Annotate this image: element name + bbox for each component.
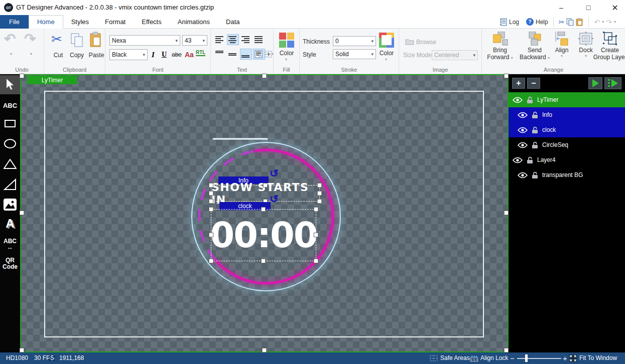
selection-handle[interactable] — [261, 207, 266, 212]
align-lock-toggle[interactable]: Align Lock — [480, 354, 508, 361]
tab-styles[interactable]: Styles — [63, 15, 97, 29]
undo-icon[interactable]: ↶ — [4, 31, 16, 47]
quick-paste-icon[interactable] — [576, 18, 583, 26]
align-right-button[interactable] — [240, 34, 252, 45]
remove-layer-button[interactable]: − — [527, 78, 540, 89]
layer-row-lytimer[interactable]: LyTimer — [509, 92, 625, 107]
tab-file[interactable]: File — [0, 15, 29, 29]
visibility-eye-icon[interactable] — [513, 157, 523, 163]
design-canvas[interactable]: LyTimer Info ↺ SHOW STARTS IN clock ↺ 00… — [20, 74, 509, 352]
visibility-eye-icon[interactable] — [513, 97, 523, 103]
selection-handle[interactable] — [209, 233, 213, 237]
rotate-handle-icon[interactable]: ↺ — [270, 193, 279, 205]
selection-handle[interactable] — [263, 183, 268, 188]
caret-down-icon[interactable]: ▾ — [602, 20, 604, 24]
text-wrap-button[interactable] — [253, 49, 265, 60]
visibility-eye-icon[interactable] — [518, 142, 528, 148]
align-left-button[interactable] — [214, 34, 226, 45]
selection-handle[interactable] — [504, 348, 509, 352]
align-center-button[interactable] — [227, 34, 239, 45]
quick-copy-icon[interactable] — [566, 18, 574, 26]
minimize-button[interactable]: – — [551, 0, 571, 15]
stroke-style-select[interactable]: Solid ▾ — [333, 49, 376, 59]
zoom-slider-track[interactable] — [517, 358, 561, 359]
lock-open-icon[interactable] — [532, 126, 538, 134]
rotate-handle-icon[interactable]: ↺ — [270, 167, 279, 179]
log-button[interactable]: Log — [509, 19, 519, 26]
selection-handle[interactable] — [209, 191, 213, 196]
thickness-select[interactable]: 0 ▾ — [333, 36, 376, 46]
selection-handle[interactable] — [504, 211, 509, 215]
selection-handle[interactable] — [317, 191, 322, 196]
qr-code-tool[interactable]: QR Code — [0, 255, 20, 273]
help-button[interactable]: Help — [536, 19, 548, 26]
tab-format[interactable]: Format — [97, 15, 134, 29]
fill-color-button[interactable]: Color — [274, 50, 300, 57]
safe-areas-toggle[interactable]: Safe Areas — [440, 354, 470, 361]
quick-redo-icon[interactable]: ↷ — [606, 18, 612, 26]
lock-open-icon[interactable] — [527, 156, 533, 164]
strikethrough-button[interactable]: abe — [172, 51, 182, 58]
valign-bottom-button[interactable] — [240, 49, 252, 60]
font-weight-select[interactable]: Black ▾ — [109, 49, 148, 60]
browse-button[interactable]: Browse — [416, 39, 436, 46]
selection-handle[interactable] — [262, 348, 267, 352]
zoom-in-button[interactable]: + — [563, 354, 567, 362]
rectangle-tool[interactable] — [0, 115, 20, 131]
font-color-button[interactable]: Aa — [185, 51, 194, 59]
tab-effects[interactable]: Effects — [134, 15, 170, 29]
rtl-button[interactable]: RTL — [196, 50, 205, 56]
tab-home[interactable]: Home — [29, 15, 63, 29]
selection-handle[interactable] — [209, 183, 213, 188]
ellipse-tool[interactable] — [0, 134, 20, 152]
play-button[interactable] — [588, 77, 602, 89]
quick-undo-icon[interactable]: ↶ — [594, 18, 600, 26]
selection-handle[interactable] — [209, 259, 213, 263]
right-triangle-tool[interactable] — [0, 175, 20, 194]
layer-row-layer4[interactable]: Layer4 — [509, 152, 625, 167]
align-button[interactable]: Align ▾ — [550, 47, 574, 58]
align-justify-button[interactable] — [253, 34, 265, 45]
selection-handle[interactable] — [20, 211, 24, 215]
tab-data[interactable]: Data — [218, 15, 247, 29]
triangle-tool[interactable] — [0, 155, 20, 172]
visibility-eye-icon[interactable] — [518, 172, 528, 178]
zoom-slider-thumb[interactable] — [525, 354, 528, 362]
text-width-tool[interactable]: ABC ↔ — [0, 235, 20, 254]
selection-handle[interactable] — [314, 259, 318, 263]
image-tool[interactable] — [0, 196, 20, 214]
send-backward-button[interactable]: Send Backward ▾ — [516, 47, 553, 61]
font-family-select[interactable]: Nexa ▾ — [109, 35, 180, 46]
italic-button[interactable]: I — [152, 51, 155, 59]
valign-top-button[interactable] — [214, 49, 226, 60]
tab-animations[interactable]: Animations — [170, 15, 218, 29]
selection-handle[interactable] — [314, 233, 318, 237]
play-all-button[interactable] — [604, 77, 621, 89]
selection-handle[interactable] — [314, 207, 318, 212]
zoom-out-button[interactable]: − — [510, 354, 515, 362]
size-mode-select[interactable]: Centered ▾ — [432, 50, 478, 60]
selection-handle[interactable] — [262, 74, 267, 78]
caret-down-icon[interactable]: ▾ — [614, 20, 616, 24]
selection-handle[interactable] — [261, 259, 266, 263]
caret-down-icon[interactable]: ▾ — [10, 52, 12, 56]
selection-handle[interactable] — [317, 199, 322, 204]
selection-handle[interactable] — [20, 74, 24, 78]
lock-open-icon[interactable] — [532, 171, 538, 179]
text-tool[interactable]: ABC — [0, 98, 20, 112]
bring-forward-button[interactable]: Bring Forward ▾ — [482, 47, 518, 61]
underline-button[interactable]: U — [162, 51, 167, 59]
selection-handle[interactable] — [504, 74, 509, 78]
maximize-button[interactable]: □ — [578, 0, 598, 15]
add-layer-button[interactable]: + — [512, 78, 525, 89]
layer-row-circleseq[interactable]: CircleSeq — [509, 137, 625, 152]
selection-handle[interactable] — [317, 183, 322, 188]
fit-to-window-button[interactable]: Fit To Window — [579, 354, 617, 361]
valign-middle-button[interactable] — [227, 49, 239, 60]
cut-button[interactable]: Cut — [49, 52, 67, 59]
lock-open-icon[interactable] — [532, 111, 538, 119]
layer-row-info[interactable]: Info — [509, 107, 625, 122]
close-button[interactable]: ✕ — [605, 0, 625, 15]
selection-handle[interactable] — [20, 348, 24, 352]
select-tool[interactable] — [0, 75, 20, 94]
